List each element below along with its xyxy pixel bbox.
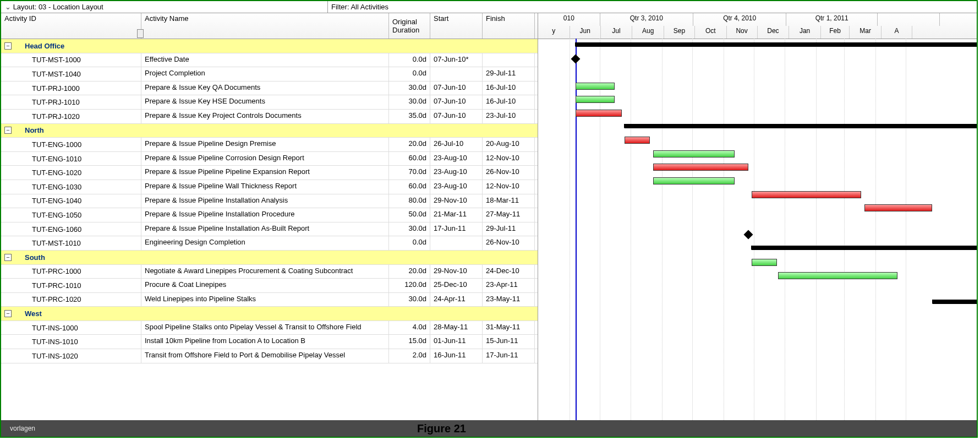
gantt-row — [538, 93, 977, 106]
month-header: Dec — [758, 26, 790, 39]
table-row[interactable]: TUT-PRJ-1010Prepare & Issue Key HSE Docu… — [1, 95, 538, 110]
cell-duration: 20.0d — [389, 265, 430, 279]
task-bar[interactable] — [653, 177, 735, 184]
layout-name: 03 - Location Layout — [39, 3, 103, 11]
cell-finish: 29-Jul-11 — [483, 67, 535, 81]
group-row[interactable]: −West — [1, 307, 538, 321]
cell-activity-id: TUT-INS-1020 — [1, 349, 141, 363]
milestone-icon[interactable] — [744, 230, 753, 240]
gantt-row — [538, 133, 977, 147]
task-bar[interactable] — [752, 259, 777, 266]
table-row[interactable]: TUT-ENG-1060Prepare & Issue Pipeline Ins… — [1, 222, 538, 237]
column-headers: Activity ID Activity Name Original Durat… — [1, 13, 538, 39]
table-row[interactable]: TUT-INS-1010Install 10km Pipeline from L… — [1, 335, 538, 349]
table-row[interactable]: TUT-MST-1000Effective Date0.0d07-Jun-10* — [1, 53, 538, 68]
cell-start — [430, 236, 483, 250]
gantt-chart[interactable]: 010Qtr 3, 2010Qtr 4, 2010Qtr 1, 2011 yJu… — [538, 13, 977, 420]
table-row[interactable]: TUT-PRC-1000Negotiate & Award Linepipes … — [1, 265, 538, 279]
figure-caption: Figure 21 — [417, 422, 977, 435]
summary-bar[interactable] — [752, 246, 977, 250]
cell-finish: 24-Dec-10 — [483, 265, 535, 279]
cell-duration: 30.0d — [389, 95, 430, 109]
cell-activity-id: TUT-MST-1040 — [1, 67, 141, 81]
task-bar[interactable] — [653, 150, 735, 157]
table-row[interactable]: TUT-MST-1010Engineering Design Completio… — [1, 236, 538, 251]
filter-selector[interactable]: Filter: All Activities — [328, 1, 977, 13]
cell-activity-id: TUT-ENG-1000 — [1, 138, 141, 151]
summary-bar[interactable] — [576, 42, 977, 47]
cell-activity-name: Effective Date — [141, 53, 389, 67]
layout-selector[interactable]: ⌄ Layout: 03 - Location Layout — [1, 1, 328, 13]
gantt-row — [538, 323, 977, 337]
gantt-row — [538, 228, 977, 242]
cell-finish: 16-Jul-10 — [483, 82, 535, 95]
cell-start — [430, 67, 483, 81]
cell-activity-id: TUT-ENG-1030 — [1, 180, 141, 194]
cell-duration: 30.0d — [389, 293, 430, 307]
cell-activity-name: Install 10km Pipeline from Location A to… — [141, 335, 389, 349]
col-activity-id[interactable]: Activity ID — [1, 13, 141, 39]
gantt-body[interactable] — [538, 39, 977, 420]
cell-finish: 16-Jul-10 — [483, 95, 535, 109]
cell-activity-id: TUT-ENG-1060 — [1, 222, 141, 236]
layout-prefix: Layout: — [13, 3, 39, 11]
cell-start: 07-Jun-10 — [430, 110, 483, 123]
task-bar[interactable] — [625, 137, 650, 144]
cell-activity-name: Prepare & Issue Pipeline Installation An… — [141, 194, 389, 208]
group-row[interactable]: −Head Office — [1, 39, 538, 53]
table-body[interactable]: −Head OfficeTUT-MST-1000Effective Date0.… — [1, 39, 538, 420]
cell-activity-name: Prepare & Issue Key HSE Documents — [141, 95, 389, 109]
cell-activity-name: Project Completion — [141, 67, 389, 81]
col-finish[interactable]: Finish — [483, 13, 535, 39]
table-row[interactable]: TUT-INS-1000Spool Pipeline Stalks onto P… — [1, 321, 538, 335]
table-row[interactable]: TUT-ENG-1020Prepare & Issue Pipeline Pip… — [1, 166, 538, 180]
gantt-row — [538, 296, 977, 309]
table-row[interactable]: TUT-PRC-1020Weld Linepipes into Pipeline… — [1, 293, 538, 307]
collapse-icon[interactable]: − — [4, 310, 12, 317]
cell-start: 21-Mar-11 — [430, 208, 483, 222]
gantt-row — [538, 215, 977, 229]
task-bar[interactable] — [864, 204, 932, 211]
task-bar[interactable] — [576, 96, 615, 103]
task-bar[interactable] — [576, 83, 615, 90]
cell-duration: 80.0d — [389, 194, 430, 208]
table-row[interactable]: TUT-ENG-1050Prepare & Issue Pipeline Ins… — [1, 208, 538, 222]
quarter-header: Qtr 4, 2010 — [693, 13, 786, 26]
collapse-icon[interactable]: − — [4, 254, 12, 261]
cell-activity-name: Prepare & Issue Pipeline Wall Thickness … — [141, 180, 389, 194]
col-activity-name[interactable]: Activity Name — [141, 13, 389, 39]
col-start[interactable]: Start — [430, 13, 483, 39]
activity-table: Activity ID Activity Name Original Durat… — [1, 13, 538, 420]
table-row[interactable]: TUT-INS-1020Transit from Offshore Field … — [1, 349, 538, 363]
group-row[interactable]: −South — [1, 251, 538, 265]
filter-prefix: Filter: — [331, 3, 351, 11]
group-row[interactable]: −North — [1, 124, 538, 138]
month-header: Oct — [695, 26, 727, 39]
task-bar[interactable] — [576, 110, 622, 117]
table-row[interactable]: TUT-PRJ-1000Prepare & Issue Key QA Docum… — [1, 82, 538, 96]
cell-activity-id: TUT-INS-1000 — [1, 321, 141, 335]
cell-finish — [483, 53, 535, 67]
table-row[interactable]: TUT-ENG-1030Prepare & Issue Pipeline Wal… — [1, 180, 538, 194]
cell-activity-name — [141, 39, 389, 53]
milestone-icon[interactable] — [571, 54, 581, 63]
collapse-icon[interactable]: − — [4, 127, 12, 134]
task-bar[interactable] — [653, 164, 748, 171]
cell-finish: 27-May-11 — [483, 208, 535, 222]
cell-duration: 30.0d — [389, 82, 430, 95]
table-row[interactable]: TUT-PRC-1010Procure & Coat Linepipes120.… — [1, 279, 538, 293]
task-bar[interactable] — [752, 191, 861, 198]
table-row[interactable]: TUT-ENG-1010Prepare & Issue Pipeline Cor… — [1, 152, 538, 166]
table-row[interactable]: TUT-PRJ-1020Prepare & Issue Key Project … — [1, 110, 538, 124]
month-header: Nov — [727, 26, 758, 39]
gantt-row — [538, 309, 977, 323]
table-row[interactable]: TUT-ENG-1040Prepare & Issue Pipeline Ins… — [1, 194, 538, 209]
summary-bar[interactable] — [933, 300, 977, 304]
col-original-duration[interactable]: Original Duration — [389, 13, 430, 39]
month-header: Aug — [632, 26, 664, 39]
summary-bar[interactable] — [625, 124, 977, 128]
collapse-icon[interactable]: − — [4, 42, 12, 50]
table-row[interactable]: TUT-MST-1040Project Completion0.0d29-Jul… — [1, 67, 538, 82]
table-row[interactable]: TUT-ENG-1000Prepare & Issue Pipeline Des… — [1, 138, 538, 152]
task-bar[interactable] — [778, 272, 897, 279]
